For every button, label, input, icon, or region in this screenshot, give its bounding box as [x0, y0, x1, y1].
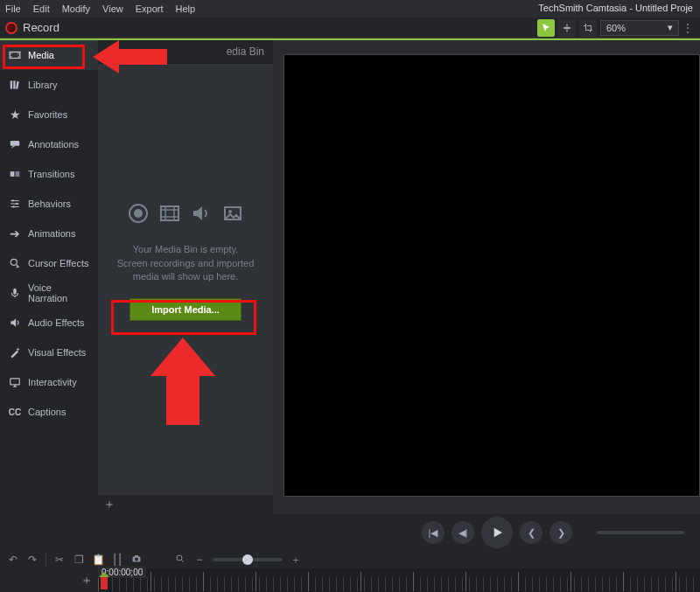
preview-canvas[interactable] — [284, 54, 700, 497]
prev-clip-button[interactable]: |◀ — [422, 521, 444, 544]
copy-button[interactable]: ❐ — [73, 554, 85, 566]
main-area: Media Library ★ Favorites Annotations Tr… — [0, 38, 700, 514]
camera-icon[interactable] — [130, 554, 143, 567]
record-label: Record — [23, 21, 60, 34]
sidebar-item-label: Visual Effects — [28, 347, 86, 358]
step-fwd-button[interactable]: ❮ — [520, 521, 542, 544]
menu-view[interactable]: View — [102, 3, 123, 14]
speaker-icon — [9, 317, 21, 329]
svg-rect-9 — [10, 171, 15, 177]
redo-button[interactable]: ↷ — [26, 554, 38, 566]
undo-button[interactable]: ↶ — [7, 554, 19, 566]
sidebar-item-label: Voice Narration — [28, 282, 89, 303]
sidebar-item-library[interactable]: Library — [0, 70, 98, 100]
panel-header: edia Bin — [98, 40, 273, 64]
menu-export[interactable]: Export — [136, 3, 164, 14]
add-media-button[interactable]: ＋ — [103, 497, 116, 512]
crop-tool-button[interactable] — [579, 19, 597, 37]
record-button[interactable]: Record — [5, 21, 60, 34]
media-panel: edia Bin Your Media Bin is empty. Screen… — [98, 40, 273, 514]
select-tool-button[interactable] — [537, 19, 555, 37]
magnify-icon — [9, 257, 21, 269]
sidebar-item-visual-effects[interactable]: Visual Effects — [0, 338, 98, 367]
panel-footer: ＋ — [98, 495, 273, 514]
play-button[interactable] — [481, 517, 513, 548]
sidebar-item-label: Transitions — [28, 169, 74, 179]
volume-slider[interactable] — [597, 531, 684, 534]
arrow-right-icon: ➔ — [9, 227, 21, 240]
sidebar-item-interactivity[interactable]: Interactivity — [0, 367, 98, 397]
sidebar-item-label: Favorites — [28, 109, 67, 120]
cut-button[interactable]: ✂ — [53, 554, 66, 566]
sidebar-item-label: Animations — [28, 228, 75, 239]
chevron-down-icon: ▾ — [668, 22, 673, 33]
svg-rect-15 — [13, 289, 17, 295]
paste-button[interactable]: 📋 — [92, 554, 104, 566]
playhead[interactable] — [101, 577, 108, 589]
step-back-button[interactable]: ◀| — [452, 521, 474, 544]
sidebar-item-voice-narration[interactable]: Voice Narration — [0, 278, 98, 308]
zoom-fit-icon[interactable] — [174, 554, 186, 567]
mic-icon — [9, 287, 21, 299]
timeline-tools: ↶ ↷ ✂ ❐ 📋 ⎮⎮ − ＋ — [0, 551, 700, 568]
canvas-zoom-select[interactable]: 60% ▾ — [600, 20, 679, 36]
separator — [46, 554, 46, 566]
svg-rect-10 — [16, 171, 20, 177]
cc-icon: CC — [9, 406, 21, 418]
sidebar-item-captions[interactable]: CC Captions — [0, 397, 98, 427]
svg-point-13 — [13, 205, 15, 207]
sidebar-item-label: Library — [28, 80, 58, 90]
sidebar-item-favorites[interactable]: ★ Favorites — [0, 100, 98, 129]
zoom-in-button[interactable]: ＋ — [290, 553, 302, 568]
svg-point-12 — [16, 203, 18, 205]
svg-rect-8 — [10, 141, 20, 146]
svg-rect-19 — [161, 206, 178, 220]
svg-rect-7 — [16, 81, 19, 89]
timeline-ruler[interactable]: 0:00:00;00 — [98, 568, 700, 592]
sidebar-item-label: Media — [28, 50, 54, 60]
window-title: TechSmith Camtasia - Untitled Proje — [538, 3, 693, 13]
svg-rect-0 — [10, 52, 20, 59]
sidebar-item-label: Captions — [28, 407, 66, 417]
record-icon — [128, 203, 149, 227]
panel-body: Your Media Bin is empty. Screen recordin… — [98, 64, 273, 495]
menu-file[interactable]: File — [5, 3, 21, 14]
sidebar-item-audio-effects[interactable]: Audio Effects — [0, 308, 98, 338]
svg-rect-6 — [13, 80, 15, 88]
zoom-knob[interactable] — [242, 554, 253, 565]
menu-modify[interactable]: Modify — [62, 3, 90, 14]
timeline: ＋ 0:00:00;00 — [0, 568, 700, 592]
sidebar-item-media[interactable]: Media — [0, 40, 98, 70]
svg-point-18 — [134, 209, 143, 218]
svg-rect-4 — [18, 56, 19, 57]
zoom-value: 60% — [606, 23, 626, 33]
sidebar-item-annotations[interactable]: Annotations — [0, 129, 98, 159]
svg-rect-5 — [10, 80, 12, 88]
menu-edit[interactable]: Edit — [33, 3, 50, 14]
split-button[interactable]: ⎮⎮ — [111, 554, 123, 566]
next-clip-button[interactable]: ❯ — [550, 521, 572, 544]
add-track-button[interactable]: ＋ — [80, 573, 93, 589]
track-header: ＋ — [0, 568, 98, 592]
sliders-icon — [9, 198, 21, 210]
sidebar-item-label: Interactivity — [28, 377, 77, 387]
menu-help[interactable]: Help — [176, 3, 196, 14]
zoom-out-button[interactable]: − — [193, 554, 206, 566]
record-icon — [5, 22, 18, 34]
pan-tool-button[interactable] — [558, 19, 576, 37]
sidebar-item-behaviors[interactable]: Behaviors — [0, 189, 98, 219]
zoom-track[interactable] — [213, 558, 283, 561]
record-row: Record 60% ▾ ⋮ — [0, 17, 700, 38]
audio-icon — [191, 203, 212, 227]
more-icon[interactable]: ⋮ — [682, 19, 693, 37]
svg-point-14 — [10, 259, 17, 265]
sidebar-item-cursor-effects[interactable]: Cursor Effects — [0, 248, 98, 278]
sidebar-item-label: Audio Effects — [28, 317, 85, 328]
sidebar-item-animations[interactable]: ➔ Animations — [0, 219, 98, 248]
star-icon: ★ — [9, 108, 21, 121]
canvas-area — [273, 40, 700, 514]
svg-point-23 — [135, 557, 138, 561]
sidebar-item-transitions[interactable]: Transitions — [0, 159, 98, 189]
import-media-button[interactable]: Import Media... — [130, 298, 242, 321]
timeline-zoom-slider[interactable]: − ＋ — [174, 553, 302, 568]
